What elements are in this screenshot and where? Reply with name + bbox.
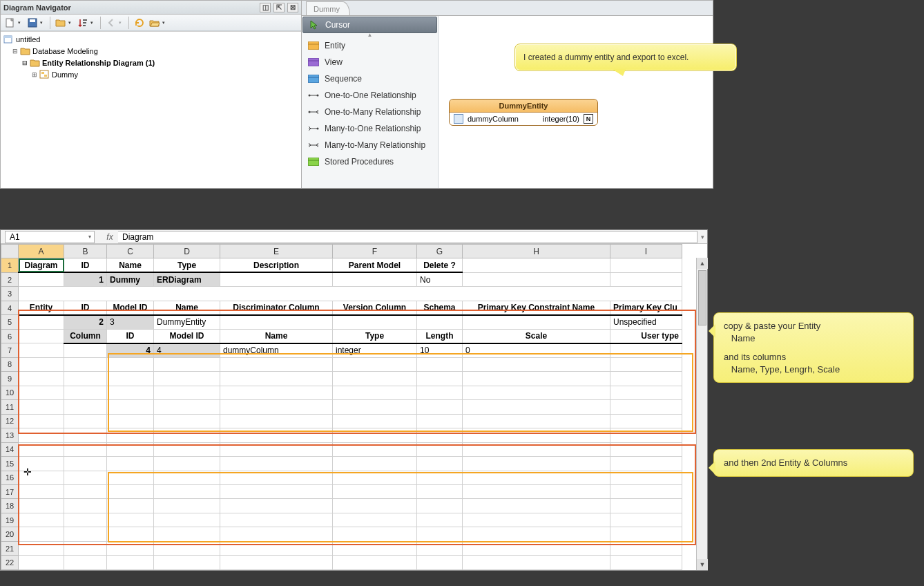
cell[interactable]: Model ID <box>154 329 220 343</box>
cell[interactable]: 4 <box>107 343 154 357</box>
cell[interactable] <box>610 471 682 484</box>
cell[interactable] <box>64 442 107 456</box>
cell[interactable] <box>19 315 64 329</box>
cell[interactable] <box>154 471 220 484</box>
cell[interactable] <box>107 556 154 570</box>
cell[interactable] <box>220 513 333 527</box>
palette-many-to-one[interactable]: Many-to-One Relationship <box>302 120 437 137</box>
cell[interactable] <box>107 400 154 414</box>
cell[interactable]: Description <box>220 258 333 272</box>
cell[interactable]: Name <box>220 329 333 343</box>
cell[interactable] <box>64 414 107 428</box>
diagram-canvas[interactable]: I created a dummy entity and export to e… <box>439 16 713 188</box>
cell[interactable] <box>220 414 333 428</box>
palette-cursor[interactable]: Cursor <box>302 17 437 33</box>
cell[interactable] <box>610 357 682 371</box>
nav-back-button[interactable] <box>104 16 118 30</box>
cell[interactable]: 2 <box>64 315 107 329</box>
cell[interactable]: Length <box>417 329 463 343</box>
sheet-table[interactable]: A B C D E F G H I 1 Diagram ID Name Type… <box>1 244 682 570</box>
cell[interactable] <box>610 499 682 513</box>
cell[interactable]: Entity <box>19 301 64 314</box>
cell[interactable] <box>154 442 220 456</box>
cell[interactable] <box>19 484 64 498</box>
cell[interactable] <box>220 442 333 456</box>
cell[interactable]: Name <box>107 258 154 272</box>
cell[interactable] <box>154 556 220 570</box>
cell[interactable]: dummyColumn <box>220 343 333 357</box>
cell[interactable] <box>463 484 610 498</box>
new-button[interactable] <box>3 16 17 30</box>
row-header[interactable]: 21 <box>1 541 19 555</box>
palette-view[interactable]: View <box>302 54 437 70</box>
cell[interactable] <box>463 272 610 286</box>
cell[interactable]: DummyEntity <box>154 315 220 329</box>
tree-db-modeling[interactable]: ⊟ Database Modeling <box>2 45 300 57</box>
row-header[interactable]: 1 <box>1 258 19 272</box>
cell[interactable] <box>154 541 220 555</box>
palette-entity[interactable]: Entity <box>302 37 437 54</box>
cell[interactable] <box>417 513 463 527</box>
row-header[interactable]: 7 <box>1 343 19 357</box>
cell[interactable] <box>417 457 463 471</box>
cell[interactable] <box>19 414 64 428</box>
cell[interactable] <box>107 372 154 386</box>
cell[interactable] <box>417 414 463 428</box>
cell[interactable] <box>64 457 107 471</box>
cell[interactable] <box>417 541 463 555</box>
row-header[interactable]: 6 <box>1 329 19 343</box>
cell[interactable] <box>107 357 154 371</box>
panel-detach-icon[interactable]: ◫ <box>260 3 271 12</box>
cell[interactable] <box>19 541 64 555</box>
cell[interactable] <box>610 513 682 527</box>
cell[interactable] <box>154 386 220 399</box>
col-header[interactable]: H <box>463 245 610 258</box>
cell[interactable] <box>64 527 107 541</box>
cell[interactable] <box>610 414 682 428</box>
row-header[interactable]: 20 <box>1 527 19 541</box>
cell[interactable] <box>107 527 154 541</box>
cell[interactable]: 0 <box>463 343 610 357</box>
cell[interactable] <box>333 386 417 399</box>
cell[interactable]: Type <box>333 329 417 343</box>
col-header[interactable]: I <box>610 245 682 258</box>
cell[interactable] <box>220 556 333 570</box>
cell[interactable]: Name <box>154 301 220 314</box>
cell[interactable] <box>220 386 333 399</box>
palette-sequence[interactable]: Sequence <box>302 70 437 87</box>
cell[interactable] <box>333 414 417 428</box>
cell[interactable] <box>417 372 463 386</box>
name-box[interactable]: A1 <box>5 231 95 243</box>
cell[interactable]: 10 <box>417 343 463 357</box>
cell[interactable] <box>64 499 107 513</box>
cell[interactable] <box>610 258 682 272</box>
panel-pin-icon[interactable]: ⇱ <box>273 3 285 12</box>
cell[interactable] <box>154 414 220 428</box>
cell[interactable]: Version Column <box>333 301 417 314</box>
cell[interactable] <box>220 457 333 471</box>
cell[interactable] <box>220 315 333 329</box>
cell[interactable]: 4 <box>154 343 220 357</box>
palette-many-to-many[interactable]: Many-to-Many Relationship <box>302 137 437 153</box>
cell[interactable] <box>463 315 610 329</box>
row-header[interactable]: 12 <box>1 414 19 428</box>
cell[interactable]: Discriminator Column <box>220 301 333 314</box>
tree-expand-icon[interactable]: ⊟ <box>21 59 28 66</box>
cell[interactable] <box>19 428 64 442</box>
cell[interactable] <box>417 315 463 329</box>
tree-dummy[interactable]: ⊞ Dummy <box>2 68 300 80</box>
col-header[interactable]: D <box>154 245 220 258</box>
select-all-corner[interactable] <box>1 245 19 258</box>
cell[interactable] <box>417 357 463 371</box>
row-header[interactable]: 17 <box>1 484 19 498</box>
cell[interactable] <box>333 457 417 471</box>
cell[interactable] <box>220 499 333 513</box>
formula-input[interactable]: Diagram <box>118 231 697 243</box>
cell[interactable] <box>154 400 220 414</box>
cell[interactable] <box>107 484 154 498</box>
cell[interactable] <box>154 428 220 442</box>
cell[interactable] <box>333 315 417 329</box>
cell[interactable] <box>463 414 610 428</box>
cell[interactable] <box>463 386 610 399</box>
cell[interactable]: integer <box>333 343 417 357</box>
